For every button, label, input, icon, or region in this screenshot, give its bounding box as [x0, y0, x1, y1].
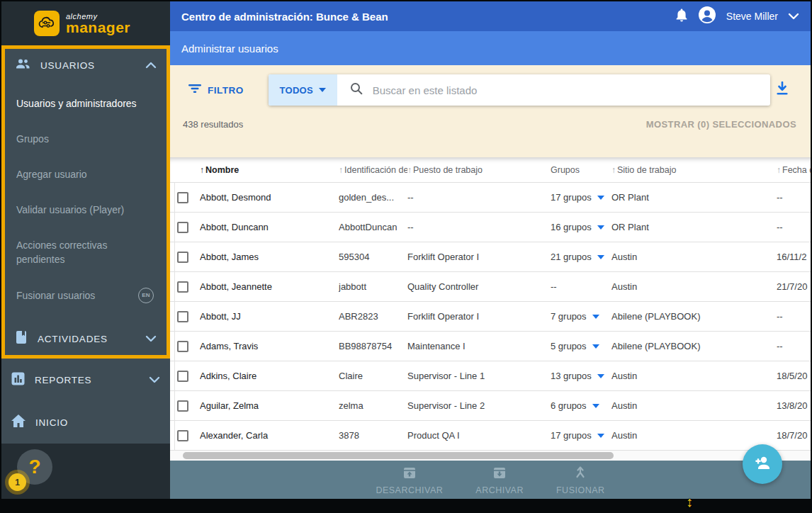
table-left-divider [174, 183, 175, 451]
column-header-identificacion[interactable]: ↑ Identificación de [339, 165, 407, 175]
table-row[interactable]: Adams, Travis BB98878754 Maintenance I 5… [170, 332, 811, 361]
column-header-sitio[interactable]: ↑ Sitio de trabajo [611, 165, 777, 175]
sidebar-item-fusionar-usuarios[interactable]: Fusionar usuarios EN [5, 277, 167, 314]
groups-dropdown-icon[interactable] [597, 374, 604, 378]
cell-identificacion: AbbottDuncan [339, 222, 407, 232]
groups-dropdown-icon[interactable] [597, 255, 604, 259]
unarchive-button[interactable]: DESARCHIVAR [376, 465, 443, 495]
sort-arrow-icon: ↑ [611, 165, 616, 175]
table-row[interactable]: Abbott, JJ ABR2823 Forklift Operator I 7… [170, 302, 811, 332]
row-checkbox[interactable] [177, 430, 188, 441]
notifications-bell-icon[interactable] [675, 8, 688, 25]
sidebar-section-inicio[interactable]: INICIO [1, 401, 170, 444]
show-selected-button[interactable]: MOSTRAR (0) SELECCIONADOS [646, 119, 796, 130]
groups-dropdown-icon[interactable] [597, 434, 604, 438]
cell-nombre: Adkins, Claire [200, 371, 339, 381]
table-row[interactable]: Abbott, James 595304 Forklift Operator I… [170, 242, 811, 272]
groups-dropdown-icon[interactable] [597, 225, 604, 230]
sort-arrow-icon: ↑ [777, 165, 781, 175]
table-row[interactable]: Abbott, Jeannette jabbott Quality Contro… [170, 272, 811, 302]
cell-identificacion: Claire [339, 371, 407, 381]
cell-nombre: Abbott, Duncann [200, 222, 339, 232]
archive-button[interactable]: ARCHIVAR [475, 465, 524, 495]
scrollbar-thumb[interactable] [183, 452, 614, 459]
table-row[interactable]: Aguilar, Zelma zelma Supervisor - Line 2… [170, 391, 811, 421]
brand-logo: alchemy manager [1, 1, 170, 45]
cell-nombre: Abbott, JJ [200, 311, 339, 322]
table-row[interactable]: Abbott, Duncann AbbottDuncan -- 16 grupo… [170, 213, 811, 242]
sidebar-section-actividades[interactable]: ACTIVIDADES [5, 322, 167, 355]
search-bar: TODOS [269, 74, 770, 106]
cell-fecha: 21/7/20 [777, 281, 811, 292]
chevron-up-icon[interactable] [145, 59, 157, 72]
cell-fecha: 18/5/20 [777, 371, 811, 381]
merge-button[interactable]: FUSIONAR [556, 465, 605, 495]
cell-grupos: 16 grupos [551, 222, 611, 232]
groups-dropdown-icon[interactable] [592, 344, 599, 349]
row-checkbox[interactable] [177, 281, 188, 293]
row-checkbox[interactable] [177, 192, 188, 203]
column-header-fecha[interactable]: ↑ Fecha de [777, 165, 811, 175]
row-checkbox[interactable] [177, 252, 188, 263]
column-header-nombre[interactable]: ↑ Nombre [200, 165, 339, 175]
chevron-down-icon[interactable] [788, 10, 799, 23]
column-header-puesto[interactable]: ↑ Puesto de trabajo [407, 165, 551, 175]
table-row[interactable]: Alexander, Carla 3878 Product QA I 17 gr… [170, 421, 811, 451]
chevron-down-icon[interactable] [149, 373, 160, 386]
cell-identificacion: BB98878754 [339, 341, 407, 351]
sidebar-section-label: REPORTES [35, 375, 140, 385]
language-en-icon: EN [138, 288, 154, 303]
cell-grupos: 6 grupos [551, 400, 611, 411]
cell-sitio: Austin [611, 400, 777, 411]
cell-grupos: 13 grupos [551, 371, 611, 381]
download-icon[interactable] [775, 81, 789, 98]
groups-dropdown-icon[interactable] [592, 404, 599, 408]
cell-identificacion: 595304 [339, 252, 407, 262]
sidebar-section-label: USUARIOS [40, 60, 136, 71]
row-checkbox[interactable] [177, 341, 188, 352]
row-checkbox[interactable] [177, 311, 188, 322]
cell-puesto: Forklift Operator I [407, 252, 551, 262]
cell-identificacion: golden_des... [339, 192, 407, 203]
person-add-icon [753, 454, 772, 474]
search-input[interactable] [373, 84, 770, 96]
top-header: Centro de administración: Bunce & Bean [170, 1, 811, 31]
cell-nombre: Aguilar, Zelma [200, 400, 339, 411]
user-menu[interactable]: Steve Miller [726, 11, 778, 22]
page-title: Centro de administración: Bunce & Bean [181, 11, 675, 23]
column-header-grupos[interactable]: Grupos [551, 165, 611, 175]
groups-dropdown-icon[interactable] [592, 315, 599, 319]
sort-arrow-icon: ↑ [200, 165, 204, 175]
user-table: Abbott, Desmond golden_des... -- 17 grup… [170, 183, 811, 451]
sidebar-item-acciones-correctivas[interactable]: Acciones correctivas pendientes [5, 227, 147, 277]
filter-button[interactable]: FILTRO [188, 84, 244, 96]
sidebar-section-usuarios[interactable]: USUARIOS [5, 49, 167, 81]
help-notification-badge: 1 [9, 473, 26, 491]
cell-fecha: 16/11/2 [777, 252, 811, 262]
chevron-down-icon[interactable] [145, 332, 157, 345]
scope-dropdown[interactable]: TODOS [269, 74, 337, 106]
add-user-button[interactable] [743, 444, 782, 484]
row-checkbox[interactable] [177, 400, 188, 412]
cell-identificacion: zelma [339, 400, 407, 411]
section-title: Administrar usuarios [181, 43, 278, 55]
chevron-down-icon [319, 88, 326, 92]
row-checkbox[interactable] [177, 222, 188, 233]
app-window: alchemy manager USUARIOS [0, 0, 812, 513]
sidebar-item-validar-usuarios[interactable]: Validar usuarios (Player) [5, 192, 167, 227]
table-row[interactable]: Abbott, Desmond golden_des... -- 17 grup… [170, 183, 811, 213]
cell-sitio: OR Plant [611, 222, 777, 232]
cell-grupos: 5 grupos [551, 341, 611, 351]
sidebar-item-agregar-usuario[interactable]: Agregar usuario [5, 157, 167, 192]
avatar[interactable] [698, 6, 716, 27]
sidebar-section-reportes[interactable]: REPORTES [1, 359, 170, 401]
cell-grupos: -- [551, 281, 611, 292]
cell-sitio: Austin [611, 430, 777, 441]
sidebar-item-usuarios-y-administradores[interactable]: Usuarios y administradores [5, 86, 167, 121]
table-row[interactable]: Adkins, Claire Claire Supervisor - Line … [170, 361, 811, 391]
row-checkbox[interactable] [177, 371, 188, 382]
cell-nombre: Abbott, Desmond [200, 192, 339, 203]
sidebar: alchemy manager USUARIOS [1, 1, 170, 499]
groups-dropdown-icon[interactable] [597, 196, 604, 200]
sidebar-item-grupos[interactable]: Grupos [5, 121, 167, 157]
